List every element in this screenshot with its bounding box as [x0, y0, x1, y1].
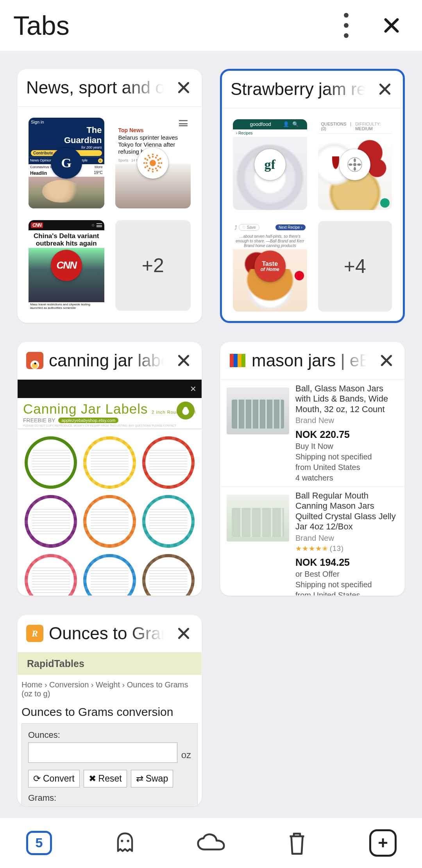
trash-icon: [286, 830, 308, 856]
label-swatch: [83, 436, 136, 489]
listing-condition: Brand New: [295, 416, 398, 425]
brand-badge-icon: [177, 402, 195, 420]
new-tab-button[interactable]: +: [367, 827, 399, 859]
text: DIFFICULTY:: [355, 122, 381, 126]
tab-preview: × Canning Jar Labels 2 inch Round Label …: [18, 380, 202, 595]
grouped-tab-topnews[interactable]: Top News Belarus sprinter leaves Tokyo f…: [115, 118, 191, 208]
text: More: [95, 165, 103, 169]
listing-thumb: [227, 495, 289, 542]
close-overlay-icon: ×: [190, 383, 196, 395]
ghost-icon: [113, 831, 137, 855]
svg-point-9: [121, 840, 123, 842]
more-options-button[interactable]: [329, 8, 363, 43]
grouped-tab-guardian[interactable]: Sign in TheGuardianfor 200 years Contrib…: [29, 118, 104, 208]
duckduckgo-icon: [26, 352, 43, 369]
tab-group-jam[interactable]: Strawberry jam recipe goodfood👤🔍 › Recip…: [220, 69, 405, 323]
menu-icon: [97, 223, 102, 227]
grouped-tab-overflow[interactable]: +2: [115, 220, 191, 311]
tab-canning-labels[interactable]: canning jar labels × Canning Jar Labels …: [17, 342, 202, 596]
listing-title: Ball Regular Mouth Canning Mason Jars Qu…: [295, 491, 398, 532]
listing-watchers: 4 watchers: [295, 473, 398, 482]
grouped-tab-goodfood[interactable]: goodfood👤🔍 › Recipes gf: [233, 119, 307, 210]
svg-point-10: [127, 840, 129, 842]
text: CNN: [31, 222, 43, 228]
tab-ebay-mason-jars[interactable]: mason jars | eBay Ball, Glass Mason Jars…: [220, 342, 405, 596]
tab-title: canning jar labels: [49, 351, 164, 370]
close-tab-button[interactable]: [371, 75, 399, 103]
tab-header: R Ounces to Grams: [18, 615, 202, 653]
close-icon: [377, 81, 393, 97]
ounces-input: [28, 742, 177, 763]
synced-tabs-button[interactable]: [195, 827, 227, 859]
tab-title: Ounces to Grams: [49, 624, 164, 643]
label-swatch: [142, 436, 195, 489]
plus-icon: +: [369, 829, 397, 857]
tab-header: canning jar labels: [18, 342, 202, 380]
listing-thumb: [227, 387, 289, 434]
listing-price: NOK 220.75: [295, 429, 398, 440]
svg-point-6: [354, 167, 356, 171]
tab-rapidtables[interactable]: R Ounces to Grams RapidTables Home › Con…: [17, 615, 202, 806]
text: Sign in: [31, 120, 44, 124]
tab-group-news[interactable]: News, sport and opinion Sign in TheGuard…: [17, 69, 202, 323]
close-tab-button[interactable]: [170, 346, 198, 375]
topbar: Tabs: [0, 0, 422, 51]
grouped-tab-cnn[interactable]: CNN China's Delta variant outbreak hits …: [29, 220, 104, 311]
close-tab-button[interactable]: [170, 619, 198, 647]
text: Mass travel restrictions and citywide te…: [29, 302, 104, 311]
listing-buy: Buy It Now: [295, 442, 398, 451]
field-label: Grams:: [28, 793, 191, 803]
close-icon: [176, 626, 191, 641]
close-tab-button[interactable]: [170, 74, 198, 102]
svg-point-4: [353, 163, 356, 166]
close-tabs-button[interactable]: [374, 8, 409, 43]
text: Next Recipe ›: [275, 224, 306, 230]
close-icon: [176, 353, 191, 368]
close-icon: [379, 353, 394, 368]
unit-label: oz: [181, 750, 191, 763]
text: goodfood: [250, 121, 271, 127]
svg-point-1: [152, 156, 154, 158]
listing-title: Ball, Glass Mason Jars with Lids & Bands…: [295, 384, 398, 414]
tab-header: mason jars | eBay: [220, 342, 404, 380]
grouped-tab-tasteofhome[interactable]: ⤴ ♡ Save Next Recipe › …about seven half…: [233, 221, 307, 312]
listing-row: Ball Regular Mouth Canning Mason Jars Qu…: [220, 487, 404, 595]
grouped-tab-recipe[interactable]: QUESTIONS (0)|DIFFICULTY: MEDIUM: [318, 119, 392, 210]
text: applezyebabyshop.etsy.com: [58, 418, 118, 423]
tab-count-button[interactable]: 5: [23, 827, 55, 859]
text: PLEASE DO NOT COPY, REPRODUCE, MODIFY OR…: [18, 424, 202, 429]
listing-shipping: Shipping not specified: [295, 452, 398, 461]
tab-header: Strawberry jam recipe: [222, 71, 403, 108]
cloud-icon: [196, 832, 226, 854]
tab-preview: Ball, Glass Mason Jars with Lids & Bands…: [220, 380, 404, 595]
site-brand: RapidTables: [18, 653, 202, 675]
overlay-bar: ×: [18, 380, 202, 398]
listing-from: from United States: [295, 591, 398, 595]
site-badge: [137, 147, 168, 179]
site-badge: CNN: [51, 250, 82, 281]
text: Save: [247, 225, 256, 230]
text: …about seven half-pints, so there's enou…: [233, 234, 307, 249]
more-vertical-icon: [344, 13, 349, 38]
close-all-tabs-button[interactable]: [281, 827, 313, 859]
site-badge: G: [51, 147, 82, 179]
incognito-button[interactable]: [109, 827, 141, 859]
close-tab-button[interactable]: [372, 346, 401, 375]
star-rating: ★★★★✬: [295, 545, 328, 552]
grouped-tab-overflow[interactable]: +4: [318, 221, 392, 312]
site-badge: Taste of Home: [254, 251, 286, 282]
breadcrumb: Home › Conversion › Weight › Ounces to G…: [18, 675, 202, 704]
listing-buy: or Best Offer: [295, 570, 398, 579]
tab-title: News, sport and opinion: [26, 78, 164, 97]
convert-button: ⟳Convert: [28, 770, 80, 787]
text: QUESTIONS (0): [321, 122, 347, 131]
tab-preview: RapidTables Home › Conversion › Weight ›…: [18, 653, 202, 806]
label-swatch: [25, 554, 77, 595]
swap-button: ⇄Swap: [131, 770, 173, 787]
tab-grid: News, sport and opinion Sign in TheGuard…: [0, 51, 422, 818]
text: The: [86, 125, 102, 135]
svg-point-8: [357, 163, 361, 166]
tab-count-badge: 5: [26, 831, 52, 855]
svg-point-7: [349, 163, 352, 166]
svg-point-2: [152, 154, 154, 156]
